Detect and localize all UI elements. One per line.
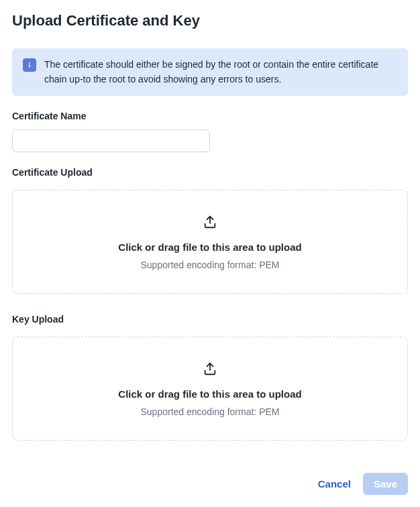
cancel-button[interactable]: Cancel xyxy=(315,473,354,495)
info-text: The certificate should either be signed … xyxy=(44,58,397,87)
cert-upload-zone[interactable]: Click or drag file to this area to uploa… xyxy=(12,190,408,294)
upload-subtitle: Supported encoding format: PEM xyxy=(140,406,279,417)
cert-upload-label: Certificate Upload xyxy=(12,167,408,178)
page-title: Upload Certificate and Key xyxy=(12,12,408,30)
upload-title: Click or drag file to this area to uploa… xyxy=(118,241,301,253)
cert-name-label: Certificate Name xyxy=(12,111,408,121)
info-icon xyxy=(23,58,36,72)
upload-title: Click or drag file to this area to uploa… xyxy=(118,388,301,400)
cert-name-input[interactable] xyxy=(12,129,210,152)
info-banner: The certificate should either be signed … xyxy=(12,48,408,96)
upload-icon xyxy=(203,361,217,379)
svg-rect-1 xyxy=(29,64,30,68)
key-upload-label: Key Upload xyxy=(12,314,408,325)
key-upload-zone[interactable]: Click or drag file to this area to uploa… xyxy=(12,337,408,441)
upload-subtitle: Supported encoding format: PEM xyxy=(140,260,279,270)
save-button[interactable]: Save xyxy=(363,473,408,495)
footer-actions: Cancel Save xyxy=(315,473,408,495)
upload-icon xyxy=(203,215,217,232)
svg-point-0 xyxy=(29,62,30,64)
